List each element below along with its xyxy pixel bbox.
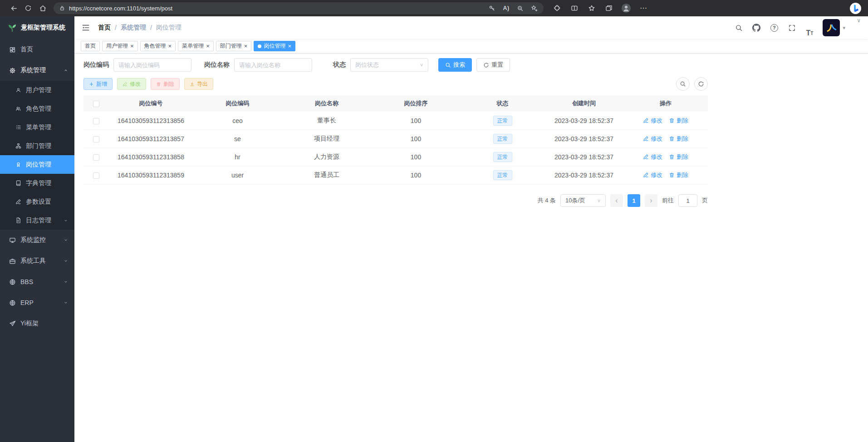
- row-edit-button[interactable]: 修改: [643, 117, 662, 125]
- close-icon[interactable]: ×: [244, 43, 248, 49]
- browser-profile-button[interactable]: [619, 1, 633, 15]
- tab-role-mgmt[interactable]: 角色管理×: [140, 41, 176, 51]
- goto-page-input[interactable]: [678, 194, 697, 207]
- close-icon[interactable]: ×: [130, 43, 134, 49]
- cell-post-code: se: [193, 135, 282, 142]
- fullscreen-button[interactable]: [785, 19, 799, 37]
- add-button[interactable]: 新增: [83, 78, 113, 90]
- read-aloud-button[interactable]: A): [500, 3, 513, 14]
- puzzle-icon: [554, 5, 561, 12]
- row-delete-button[interactable]: 删除: [669, 153, 688, 161]
- delete-button[interactable]: 删除: [151, 78, 180, 90]
- sidebar-item-log-mgmt[interactable]: 日志管理: [0, 211, 74, 230]
- user-menu[interactable]: ▾: [823, 19, 845, 36]
- sidebar-item-label: 日志管理: [26, 216, 51, 225]
- browser-back-button[interactable]: [6, 1, 21, 15]
- sidebar-item-menu-mgmt[interactable]: 菜单管理: [0, 118, 74, 137]
- toggle-search-button[interactable]: [676, 77, 690, 91]
- cell-created: 2023-03-29 18:52:37: [544, 117, 623, 124]
- sidebar-item-label: ERP: [20, 299, 34, 306]
- header-search-button[interactable]: [731, 19, 746, 37]
- browser-reload-button[interactable]: [21, 1, 35, 15]
- edit-pen-icon: [643, 172, 649, 178]
- sidebar-item-bbs[interactable]: BBS: [0, 271, 74, 292]
- select-caret-icon: ∨: [597, 198, 601, 203]
- extensions-button[interactable]: [550, 1, 564, 15]
- close-icon[interactable]: ×: [206, 43, 210, 49]
- row-checkbox[interactable]: [93, 136, 99, 142]
- sidebar-item-system[interactable]: 系统管理: [0, 60, 74, 81]
- sidebar-item-dept-mgmt[interactable]: 部门管理: [0, 137, 74, 155]
- edit-button-label: 修改: [130, 80, 141, 88]
- font-size-button[interactable]: TT: [802, 19, 817, 37]
- favorites-button[interactable]: [584, 1, 599, 15]
- close-icon[interactable]: ×: [288, 43, 291, 49]
- tab-label: 首页: [85, 42, 96, 50]
- row-checkbox[interactable]: [93, 172, 99, 179]
- post-name-input[interactable]: [234, 58, 312, 72]
- split-screen-button[interactable]: [567, 1, 582, 15]
- select-all-checkbox[interactable]: [93, 101, 99, 107]
- edit-button[interactable]: 修改: [117, 78, 146, 90]
- status-select[interactable]: 岗位状态 ∨: [350, 58, 428, 72]
- chevron-up-icon: [63, 68, 69, 73]
- address-bar[interactable]: https://ccnetcore.com:1101/system/post A…: [54, 2, 544, 14]
- row-edit-button[interactable]: 修改: [643, 171, 662, 179]
- sidebar-item-dict-mgmt[interactable]: 字典管理: [0, 174, 74, 192]
- row-delete-button[interactable]: 删除: [669, 171, 688, 179]
- sidebar-item-user-mgmt[interactable]: 用户管理: [0, 81, 74, 99]
- post-table: 岗位编号 岗位编码 岗位名称 岗位排序 状态 创建时间 操作 164103059…: [83, 95, 708, 184]
- browser-menu-button[interactable]: ⋯: [636, 1, 651, 15]
- search-button[interactable]: 搜索: [438, 58, 472, 72]
- export-button[interactable]: 导出: [184, 78, 213, 90]
- sidebar-item-label: 用户管理: [26, 86, 51, 94]
- sidebar-item-monitor[interactable]: 系统监控: [0, 230, 74, 250]
- add-favorite-button[interactable]: [528, 3, 541, 14]
- row-delete-button[interactable]: 删除: [669, 117, 688, 125]
- reset-button[interactable]: 重置: [476, 58, 510, 72]
- tab-dept-mgmt[interactable]: 部门管理×: [216, 41, 252, 51]
- search-icon: [735, 24, 743, 32]
- github-button[interactable]: [749, 19, 764, 37]
- password-key-button[interactable]: [485, 3, 499, 14]
- row-edit-button[interactable]: 修改: [643, 153, 662, 161]
- sidebar-item-post-mgmt[interactable]: 岗位管理: [0, 155, 74, 174]
- sidebar-item-label: 系统管理: [20, 66, 46, 74]
- sidebar-item-tools[interactable]: 系统工具: [0, 250, 74, 271]
- page-number-1[interactable]: 1: [628, 194, 640, 207]
- copilot-button[interactable]: [848, 1, 863, 15]
- breadcrumb-item-home[interactable]: 首页: [98, 24, 111, 32]
- page-size-select[interactable]: 10条/页 ∨: [560, 194, 606, 207]
- next-page-button[interactable]: ›: [645, 194, 657, 207]
- cell-created: 2023-03-29 18:52:37: [544, 153, 623, 161]
- home-icon: [39, 5, 47, 12]
- sidebar-item-yi-framework[interactable]: Yi框架: [0, 313, 74, 334]
- tab-user-mgmt[interactable]: 用户管理×: [102, 41, 138, 51]
- toolbox-icon: [9, 258, 16, 265]
- browser-home-button[interactable]: [35, 1, 50, 15]
- sidebar-item-role-mgmt[interactable]: 角色管理: [0, 99, 74, 118]
- close-icon[interactable]: ×: [168, 43, 172, 49]
- zoom-out-button[interactable]: [514, 3, 527, 14]
- sidebar-item-erp[interactable]: ERP: [0, 292, 74, 313]
- row-checkbox[interactable]: [93, 154, 99, 161]
- sidebar-item-home[interactable]: 首页: [0, 39, 74, 60]
- prev-page-button[interactable]: ‹: [610, 194, 623, 207]
- browser-chrome: https://ccnetcore.com:1101/system/post A…: [0, 0, 868, 16]
- flyout-caret-icon[interactable]: ∨: [857, 17, 861, 24]
- refresh-table-button[interactable]: [694, 77, 708, 91]
- delete-button-label: 删除: [163, 80, 174, 88]
- collections-button[interactable]: [602, 1, 616, 15]
- help-doc-button[interactable]: ?: [767, 19, 781, 37]
- row-delete-button[interactable]: 删除: [669, 135, 688, 143]
- row-checkbox[interactable]: [93, 118, 99, 124]
- post-code-input[interactable]: [113, 58, 191, 72]
- ellipsis-icon: ⋯: [640, 5, 647, 12]
- tab-home[interactable]: 首页: [81, 41, 100, 51]
- tab-menu-mgmt[interactable]: 菜单管理×: [178, 41, 214, 51]
- site-info-lock-icon[interactable]: [59, 5, 65, 11]
- row-edit-button[interactable]: 修改: [643, 135, 662, 143]
- tab-post-mgmt[interactable]: 岗位管理×: [254, 41, 295, 51]
- sidebar-toggle-button[interactable]: [74, 16, 97, 39]
- sidebar-item-param-settings[interactable]: 参数设置: [0, 192, 74, 211]
